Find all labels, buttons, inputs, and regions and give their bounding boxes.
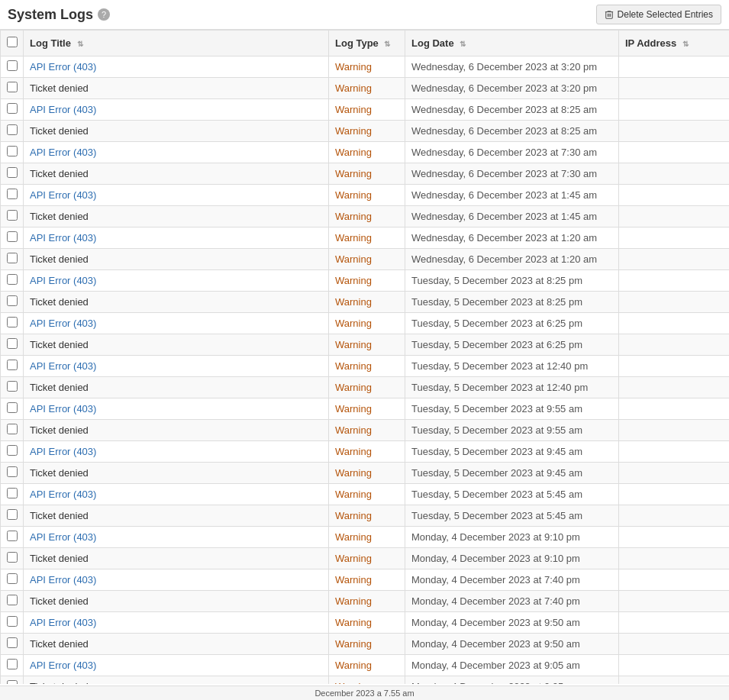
log-date-cell: Wednesday, 6 December 2023 at 1:45 am	[405, 185, 619, 206]
log-type-badge: Warning	[335, 82, 372, 94]
log-type-badge: Warning	[335, 168, 372, 179]
delete-selected-button[interactable]: Delete Selected Entries	[596, 5, 721, 24]
th-log-type[interactable]: Log Type ⇅	[329, 31, 405, 56]
row-checkbox[interactable]	[7, 531, 18, 541]
log-title-link[interactable]: API Error (403)	[30, 104, 96, 115]
log-title-link[interactable]: API Error (403)	[30, 61, 96, 73]
row-checkbox[interactable]	[7, 167, 18, 178]
row-checkbox[interactable]	[7, 573, 18, 584]
log-type-cell: Warning	[329, 612, 405, 634]
log-date-cell: Tuesday, 5 December 2023 at 8:25 pm	[405, 292, 619, 313]
log-title-link[interactable]: API Error (403)	[30, 531, 96, 543]
th-log-type-label: Log Type	[335, 37, 379, 49]
log-title-text: Ticket denied	[24, 78, 329, 99]
log-ip-cell	[619, 569, 730, 591]
log-ip-cell	[619, 292, 730, 313]
row-checkbox[interactable]	[7, 253, 18, 263]
log-title-link[interactable]: API Error (403)	[30, 446, 96, 457]
table-row: API Error (403)WarningWednesday, 6 Decem…	[1, 99, 730, 121]
log-type-cell: Warning	[329, 356, 405, 377]
log-title-link[interactable]: API Error (403)	[30, 275, 96, 286]
row-checkbox[interactable]	[7, 124, 18, 135]
log-title-text: Ticket denied	[24, 420, 329, 441]
row-checkbox[interactable]	[7, 338, 18, 349]
log-title-link[interactable]: API Error (403)	[30, 660, 96, 671]
log-title-link[interactable]: API Error (403)	[30, 147, 96, 158]
log-type-cell: Warning	[329, 676, 405, 685]
row-checkbox[interactable]	[7, 360, 18, 370]
log-date-cell: Tuesday, 5 December 2023 at 6:25 pm	[405, 313, 619, 334]
row-checkbox[interactable]	[7, 616, 18, 627]
row-checkbox[interactable]	[7, 381, 18, 392]
log-title-text: Ticket denied	[24, 377, 329, 398]
log-title-link[interactable]: API Error (403)	[30, 189, 96, 201]
log-ip-cell	[619, 676, 730, 685]
row-checkbox[interactable]	[7, 295, 18, 306]
log-ip-cell	[619, 377, 730, 398]
table-row: API Error (403)WarningWednesday, 6 Decem…	[1, 142, 730, 163]
row-checkbox[interactable]	[7, 402, 18, 413]
th-log-date[interactable]: Log Date ⇅	[405, 31, 619, 56]
log-title-link[interactable]: API Error (403)	[30, 318, 96, 329]
log-date-cell: Tuesday, 5 December 2023 at 9:55 am	[405, 420, 619, 441]
row-checkbox[interactable]	[7, 659, 18, 669]
log-title-link[interactable]: API Error (403)	[30, 617, 96, 628]
select-all-checkbox[interactable]	[7, 37, 18, 47]
log-date-cell: Monday, 4 December 2023 at 9:50 am	[405, 634, 619, 655]
table-row: Ticket deniedWarningTuesday, 5 December …	[1, 463, 730, 484]
log-ip-cell	[619, 227, 730, 249]
log-date-cell: Monday, 4 December 2023 at 7:40 pm	[405, 591, 619, 612]
trash-icon	[605, 10, 614, 19]
row-checkbox[interactable]	[7, 466, 18, 477]
row-checkbox[interactable]	[7, 231, 18, 242]
table-row: API Error (403)WarningMonday, 4 December…	[1, 527, 730, 548]
th-ip-address[interactable]: IP Address ⇅	[619, 31, 730, 56]
log-title-link[interactable]: API Error (403)	[30, 489, 96, 500]
row-checkbox[interactable]	[7, 274, 18, 285]
log-type-cell: Warning	[329, 548, 405, 569]
row-checkbox[interactable]	[7, 488, 18, 498]
table-row: Ticket deniedWarningTuesday, 5 December …	[1, 505, 730, 527]
th-log-title[interactable]: Log Title ⇅	[24, 31, 329, 56]
log-type-badge: Warning	[335, 253, 372, 265]
row-checkbox[interactable]	[7, 552, 18, 563]
table-row: API Error (403)WarningTuesday, 5 Decembe…	[1, 398, 730, 420]
log-ip-cell	[619, 398, 730, 420]
row-checkbox[interactable]	[7, 189, 18, 199]
log-type-badge: Warning	[335, 211, 372, 222]
row-checkbox[interactable]	[7, 317, 18, 327]
log-title-link[interactable]: API Error (403)	[30, 403, 96, 415]
row-checkbox[interactable]	[7, 60, 18, 71]
log-type-badge: Warning	[335, 61, 372, 73]
log-type-badge: Warning	[335, 339, 372, 350]
log-date-cell: Wednesday, 6 December 2023 at 8:25 am	[405, 121, 619, 142]
log-date-cell: Tuesday, 5 December 2023 at 6:25 pm	[405, 334, 619, 356]
log-type-badge: Warning	[335, 382, 372, 393]
table-row: Ticket deniedWarningWednesday, 6 Decembe…	[1, 78, 730, 99]
table-row: API Error (403)WarningWednesday, 6 Decem…	[1, 185, 730, 206]
row-checkbox[interactable]	[7, 424, 18, 434]
row-checkbox[interactable]	[7, 509, 18, 520]
log-type-badge: Warning	[335, 489, 372, 500]
log-ip-cell	[619, 420, 730, 441]
log-ip-cell	[619, 206, 730, 227]
row-checkbox[interactable]	[7, 210, 18, 221]
row-checkbox[interactable]	[7, 595, 18, 605]
log-title-text: Ticket denied	[24, 292, 329, 313]
row-checkbox[interactable]	[7, 637, 18, 648]
table-row: Ticket deniedWarningMonday, 4 December 2…	[1, 676, 730, 685]
log-type-cell: Warning	[329, 463, 405, 484]
log-date-cell: Wednesday, 6 December 2023 at 1:45 am	[405, 206, 619, 227]
log-title-link[interactable]: API Error (403)	[30, 232, 96, 244]
row-checkbox[interactable]	[7, 82, 18, 92]
log-type-badge: Warning	[335, 681, 372, 684]
log-type-badge: Warning	[335, 424, 372, 436]
row-checkbox[interactable]	[7, 680, 18, 684]
log-title-link[interactable]: API Error (403)	[30, 574, 96, 585]
log-title-link[interactable]: API Error (403)	[30, 360, 96, 372]
row-checkbox[interactable]	[7, 146, 18, 156]
help-icon[interactable]: ?	[98, 8, 110, 21]
log-ip-cell	[619, 142, 730, 163]
row-checkbox[interactable]	[7, 445, 18, 456]
row-checkbox[interactable]	[7, 103, 18, 114]
